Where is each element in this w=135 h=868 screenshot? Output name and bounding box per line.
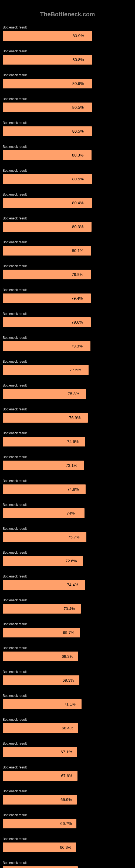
bar-value: 73.1%: [66, 461, 78, 470]
bar-wrap: 67.8%: [3, 866, 114, 868]
chart-row-label: Bottleneck result: [3, 503, 132, 507]
bar-wrap: 80.4%: [3, 198, 114, 208]
chart-row-label: Bottleneck result: [3, 169, 132, 173]
bar-wrap: 80.5%: [3, 102, 114, 112]
bar-value: 74%: [67, 508, 75, 518]
bar-wrap: 79.6%: [3, 317, 114, 327]
bar-wrap: 77.5%: [3, 365, 114, 375]
bar-value: 71.1%: [64, 699, 76, 709]
bar-wrap: 70.4%: [3, 604, 114, 614]
bar-value: 79.6%: [72, 317, 83, 327]
chart-row-label: Bottleneck result: [3, 479, 132, 483]
chart-row: Bottleneck result79.4%: [3, 288, 132, 303]
chart-row: Bottleneck result69.7%: [3, 622, 132, 638]
chart-row-label: Bottleneck result: [3, 97, 132, 101]
bar-value: 77.5%: [70, 365, 81, 375]
chart-row: Bottleneck result80.8%: [3, 50, 132, 65]
bar-value: 69.7%: [63, 628, 75, 638]
chart-row: Bottleneck result80.5%: [3, 121, 132, 136]
chart-row-label: Bottleneck result: [3, 694, 132, 698]
bar-wrap: 67.6%: [3, 771, 114, 781]
bar-wrap: 71.1%: [3, 699, 114, 709]
bar-value: 80.9%: [73, 31, 84, 41]
chart-row-label: Bottleneck result: [3, 360, 132, 364]
bar-wrap: 69.7%: [3, 628, 114, 638]
chart-row: Bottleneck result73.1%: [3, 455, 132, 470]
chart-row: Bottleneck result74.4%: [3, 575, 132, 590]
bar-wrap: 66.7%: [3, 818, 114, 828]
chart-row-label: Bottleneck result: [3, 383, 132, 388]
bar-wrap: 72.6%: [3, 556, 114, 566]
bar-wrap: 75.3%: [3, 389, 114, 399]
chart-row: Bottleneck result68.3%: [3, 646, 132, 661]
chart-row-label: Bottleneck result: [3, 73, 132, 77]
chart-row: Bottleneck result74%: [3, 503, 132, 518]
chart-row: Bottleneck result80.3%: [3, 216, 132, 231]
bar-wrap: 75.7%: [3, 532, 114, 542]
bar-value: 74.4%: [67, 580, 79, 590]
chart-row: Bottleneck result67.8%: [3, 861, 132, 868]
bar-wrap: 68.3%: [3, 652, 114, 661]
chart-row-label: Bottleneck result: [3, 50, 132, 53]
chart-row-label: Bottleneck result: [3, 718, 132, 721]
chart-row-label: Bottleneck result: [3, 26, 132, 29]
chart-row-label: Bottleneck result: [3, 789, 132, 793]
chart-row: Bottleneck result69.3%: [3, 670, 132, 685]
chart-row: Bottleneck result68.4%: [3, 718, 132, 733]
bar-value: 74.6%: [67, 437, 79, 446]
chart-row: Bottleneck result80.6%: [3, 73, 132, 88]
chart-row-label: Bottleneck result: [3, 742, 132, 745]
bar-wrap: 80.3%: [3, 222, 114, 231]
bar-value: 66.7%: [60, 818, 72, 828]
chart-row: Bottleneck result74.6%: [3, 431, 132, 446]
bar-value: 67.1%: [61, 747, 72, 757]
chart-row-label: Bottleneck result: [3, 551, 132, 554]
bar-value: 68.3%: [61, 652, 73, 661]
bar-wrap: 76.9%: [3, 413, 114, 423]
bar-wrap: 79.4%: [3, 293, 114, 303]
bar-value: 74.8%: [67, 485, 79, 494]
chart-row-label: Bottleneck result: [3, 837, 132, 841]
site-watermark: TheBottleneck.com: [0, 11, 135, 18]
bar-wrap: 66.3%: [3, 842, 114, 852]
bar-wrap: 74.8%: [3, 485, 114, 494]
chart-row-label: Bottleneck result: [3, 145, 132, 149]
bar-value: 80.1%: [72, 246, 83, 255]
chart-row-label: Bottleneck result: [3, 121, 132, 125]
chart-row: Bottleneck result77.5%: [3, 360, 132, 375]
bar-value: 75.7%: [68, 532, 80, 542]
chart-row: Bottleneck result80.3%: [3, 145, 132, 160]
bar-wrap: 79.3%: [3, 341, 114, 351]
chart-row: Bottleneck result79.3%: [3, 336, 132, 351]
chart-row-label: Bottleneck result: [3, 766, 132, 769]
chart-row-label: Bottleneck result: [3, 193, 132, 196]
bar-value: 80.3%: [72, 150, 84, 160]
bar-wrap: 69.3%: [3, 675, 114, 685]
bar-value: 80.6%: [72, 79, 84, 88]
chart-row: Bottleneck result66.3%: [3, 837, 132, 852]
bar-wrap: 80.9%: [3, 31, 114, 41]
chart-row: Bottleneck result79.9%: [3, 264, 132, 279]
chart-row-label: Bottleneck result: [3, 407, 132, 411]
bar-value: 80.8%: [72, 55, 84, 65]
bar-value: 68.4%: [62, 723, 74, 733]
bar-value: 80.5%: [72, 126, 84, 136]
chart-row: Bottleneck result71.1%: [3, 694, 132, 709]
chart-row-label: Bottleneck result: [3, 575, 132, 578]
chart-row-label: Bottleneck result: [3, 288, 132, 292]
chart-row: Bottleneck result66.7%: [3, 813, 132, 828]
bar-value: 80.5%: [72, 174, 84, 184]
bar-value: 80.5%: [72, 102, 84, 112]
chart-row: Bottleneck result76.9%: [3, 407, 132, 423]
chart-row-label: Bottleneck result: [3, 240, 132, 244]
chart-row: Bottleneck result70.4%: [3, 598, 132, 614]
bar-value: 67.6%: [61, 771, 73, 781]
chart-row: Bottleneck result75.7%: [3, 527, 132, 542]
chart-row-label: Bottleneck result: [3, 670, 132, 674]
chart-row: Bottleneck result66.9%: [3, 789, 132, 805]
chart-row: Bottleneck result74.8%: [3, 479, 132, 494]
chart-row: Bottleneck result79.6%: [3, 312, 132, 327]
bar-wrap: 74.6%: [3, 437, 114, 446]
bar-value: 80.4%: [72, 198, 84, 208]
chart-row-label: Bottleneck result: [3, 336, 132, 340]
